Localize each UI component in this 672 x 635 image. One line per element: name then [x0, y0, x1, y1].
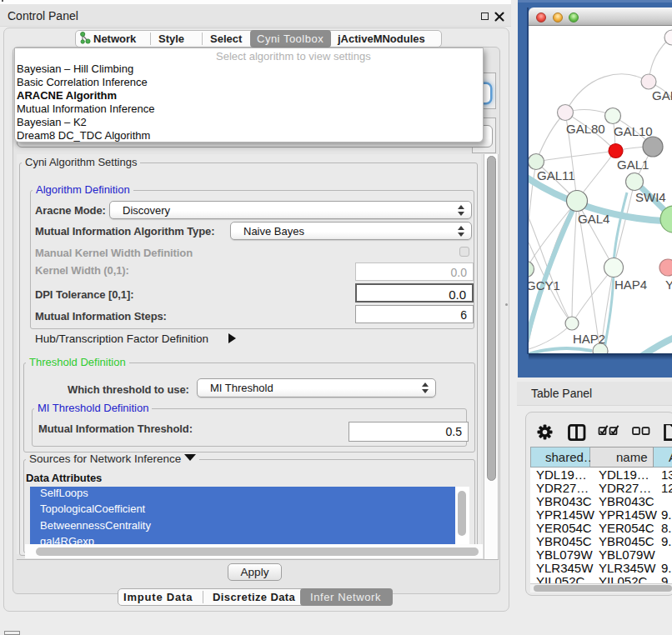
svg-text:SWI4: SWI4 — [635, 190, 666, 204]
svg-text:GAL10: GAL10 — [614, 124, 653, 138]
svg-text:GCY1: GCY1 — [529, 278, 560, 292]
svg-text:HAP4: HAP4 — [614, 278, 647, 292]
svg-text:GAL2: GAL2 — [652, 88, 672, 102]
svg-text:HAP2: HAP2 — [573, 332, 605, 346]
svg-text:GAL1: GAL1 — [617, 158, 649, 172]
svg-text:GAL11: GAL11 — [537, 168, 575, 182]
svg-text:YJL15: YJL15 — [665, 278, 672, 292]
svg-text:GAL4: GAL4 — [578, 212, 609, 226]
svg-text:GAL80: GAL80 — [566, 122, 605, 136]
